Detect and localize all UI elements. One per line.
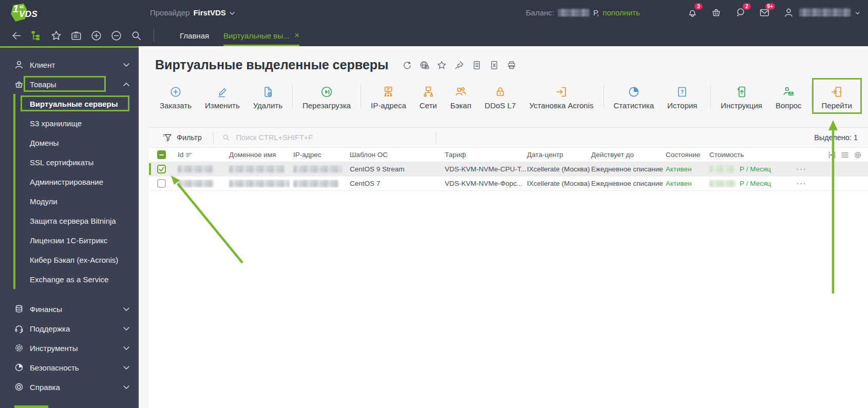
install-acronis-button[interactable]: Установка Acronis (522, 81, 600, 110)
search-icon (130, 30, 142, 42)
search-button[interactable] (130, 30, 142, 42)
sidebar-item-cyber-backup[interactable]: Кибер Бэкап (ex-Acronis) (15, 250, 139, 269)
select-all-checkbox[interactable] (157, 150, 166, 159)
statistics-button[interactable]: Статистика (607, 81, 661, 110)
row-menu-button[interactable]: ··· (797, 180, 807, 188)
close-tab-icon[interactable]: × (295, 31, 299, 40)
svg-text:?: ? (681, 89, 684, 95)
sidebar-item-domains[interactable]: Домены (15, 133, 139, 152)
pin-icon[interactable] (454, 60, 464, 70)
book-question-icon: ? (675, 85, 689, 99)
notifications-button[interactable]: 3 (686, 7, 698, 18)
help-ring-icon (14, 382, 24, 392)
refresh-icon[interactable] (402, 60, 412, 70)
column-state[interactable]: Состояние (666, 151, 709, 159)
ip-addresses-button[interactable]: IP IP-адреса (364, 81, 413, 110)
star-icon[interactable] (437, 60, 447, 70)
state-badge: Активен (666, 165, 709, 173)
table-row[interactable]: CentOS 9 Stream VDS-KVM-NVMe-CPU-T... IX… (149, 162, 868, 177)
app-root: 1 st VDS Провайдер FirstVDS Баланс: Р, п… (0, 0, 868, 408)
print-icon[interactable] (506, 60, 517, 70)
column-valid-until[interactable]: Действует до (591, 151, 666, 159)
filter-button[interactable]: Фильтр (149, 128, 213, 147)
table-row[interactable]: CentOS 7 VDS-KVM-NVMe-Форс... IXcellerat… (149, 177, 868, 191)
sidebar-item-modules[interactable]: Модули (15, 191, 139, 211)
sidebar-item-security[interactable]: Безопасность (0, 358, 139, 377)
row-checkbox-unchecked[interactable] (157, 179, 166, 188)
report-list-icon[interactable] (471, 60, 482, 70)
logo-mark: 1 (13, 3, 18, 15)
reboot-button[interactable]: Перезагрузка (296, 81, 357, 110)
sidebar-item-ssl[interactable]: SSL сертификаты (15, 152, 139, 172)
tasks-button[interactable] (70, 30, 82, 42)
row-density-icon[interactable] (841, 151, 849, 159)
sidebar-item-client[interactable]: Клиент (0, 55, 139, 74)
tree-view-button[interactable] (30, 30, 42, 42)
back-button[interactable] (10, 30, 22, 42)
list-panel: Фильтр Выделено: 1 Id (149, 127, 868, 408)
ip-redacted (293, 180, 338, 187)
tab-virtual-servers[interactable]: Виртуальные вы... × (223, 25, 299, 46)
chevron-down-icon (230, 8, 235, 17)
user-menu[interactable] (783, 7, 860, 18)
favorites-button[interactable] (50, 30, 62, 42)
sidebar-item-help[interactable]: Справка (0, 377, 139, 397)
provider-selector[interactable]: Провайдер FirstVDS (150, 8, 235, 17)
row-menu-button[interactable]: ··· (797, 165, 807, 173)
column-datacenter[interactable]: Дата-центр (527, 151, 591, 159)
sidebar-item-products[interactable]: Товары (0, 74, 139, 94)
networks-button[interactable]: Сети (413, 81, 444, 110)
sidebar-item-tools[interactable]: Инструменты (0, 338, 139, 358)
column-id[interactable]: Id (178, 151, 183, 159)
column-width-icon[interactable] (828, 151, 836, 159)
id-redacted (178, 166, 214, 173)
column-os[interactable]: Шаблон ОС (350, 151, 445, 159)
main-content: Виртуальные выделенные серверы (139, 46, 868, 408)
question-button[interactable]: Вопрос (769, 81, 808, 110)
search-input[interactable] (235, 133, 427, 142)
svg-text:IP: IP (387, 87, 390, 91)
sidebar: Клиент Товары Виртуальные серверы (0, 46, 139, 408)
balance-block: Баланс: Р, пополнить (526, 8, 640, 17)
column-cost[interactable]: Стоимость (709, 151, 786, 159)
order-button[interactable]: Заказать (153, 81, 198, 110)
mail-button[interactable]: 9+ (759, 7, 770, 18)
firstvds-logo[interactable]: 1 st VDS (8, 1, 49, 24)
cart-button[interactable] (710, 7, 722, 18)
column-domain[interactable]: Доменное имя (229, 151, 293, 159)
instruction-button[interactable]: Инструкция (714, 81, 769, 110)
table-settings-gear-icon[interactable] (854, 151, 862, 159)
zoom-out-button[interactable] (110, 30, 122, 42)
sidebar-item-finance[interactable]: Финансы (0, 299, 139, 319)
history-button[interactable]: ? История (661, 81, 704, 110)
delete-button[interactable]: Удалить (247, 81, 289, 110)
edit-button[interactable]: Изменить (198, 81, 247, 110)
sidebar-item-exchange[interactable]: Exchange as a Service (15, 269, 139, 289)
topbar: 1 st VDS Провайдер FirstVDS Баланс: Р, п… (0, 0, 868, 25)
tab-home[interactable]: Главная (180, 25, 209, 46)
chevron-down-icon (123, 346, 129, 350)
zoom-in-button[interactable] (90, 30, 102, 42)
sidebar-item-support[interactable]: Поддержка (0, 319, 139, 338)
column-tariff[interactable]: Тариф (445, 151, 527, 159)
row-checkbox-checked[interactable] (157, 165, 166, 173)
os-cell: CentOS 9 Stream (350, 165, 445, 173)
export-excel-icon[interactable] (489, 60, 499, 70)
ddos-l7-button[interactable]: DDoS L7 (478, 81, 523, 110)
chat-button[interactable]: 2 (734, 7, 746, 18)
backup-button[interactable]: Бэкап (444, 81, 478, 110)
topup-link[interactable]: пополнить (602, 8, 640, 17)
toolbar-strip: Главная Виртуальные вы... × (0, 25, 868, 46)
user-icon (783, 7, 795, 18)
go-to-panel-button[interactable]: Перейти (815, 81, 859, 110)
column-ip[interactable]: IP-адрес (293, 151, 350, 159)
balance-currency: Р, (593, 8, 599, 17)
sidebar-item-administration[interactable]: Администрирование (15, 172, 139, 191)
sidebar-item-virtual-servers[interactable]: Виртуальные серверы (15, 94, 139, 113)
valid-until-cell: Ежедневное списание (591, 165, 666, 173)
sidebar-item-bitninja[interactable]: Защита сервера Bitninja (15, 211, 139, 230)
globe-link-icon[interactable] (419, 60, 429, 70)
sort-icon[interactable] (186, 152, 192, 158)
sidebar-item-1c-bitrix[interactable]: Лицензии 1С-Битрикс (15, 230, 139, 250)
sidebar-item-s3[interactable]: S3 хранилище (15, 113, 139, 133)
